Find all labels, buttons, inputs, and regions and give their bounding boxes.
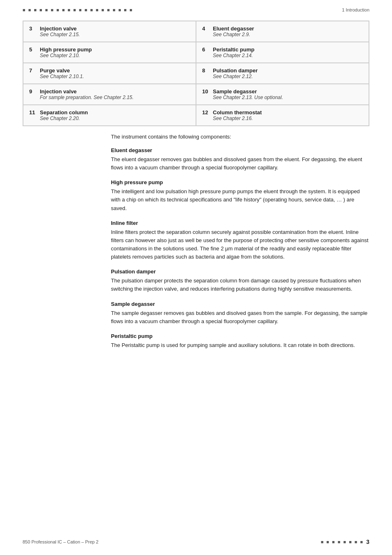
footer-page: ■ ■ ■ ■ ■ ■ ■ ■ 3 — [321, 539, 369, 545]
section-title: High pressure pump — [111, 179, 369, 185]
cell-title: High pressure pump — [40, 46, 92, 53]
cell-title: Eluent degasser — [213, 25, 254, 32]
cell-subtitle: See Chapter 2.14. — [213, 53, 254, 58]
cell-content: Injection valve See Chapter 2.15. — [40, 25, 80, 37]
header-title: 1 Introduction — [342, 7, 369, 12]
content-section: Eluent degasser The eluent degasser remo… — [111, 147, 369, 172]
section-body: The pulsation damper protects the separa… — [111, 277, 369, 293]
cell-number: 8 — [202, 67, 210, 74]
header: ■ ■ ■ ■ ■ ■ ■ ■ ■ ■ ■ ■ ■ ■ ■ ■ ■ ■ ■ ■ … — [0, 0, 392, 16]
cell-number: 9 — [29, 88, 37, 95]
header-decoration: ■ ■ ■ ■ ■ ■ ■ ■ ■ ■ ■ ■ ■ ■ ■ ■ ■ ■ ■ ■ — [23, 7, 133, 12]
cell-number: 3 — [29, 25, 37, 32]
table-cell: 8 Pulsation damper See Chapter 2.12. — [196, 63, 369, 84]
section-title: Peristaltic pump — [111, 333, 369, 339]
section-body: Inline filters protect the separation co… — [111, 228, 369, 261]
table-cell: 3 Injection valve See Chapter 2.15. — [23, 21, 196, 42]
cell-content: Column thermostat See Chapter 2.16. — [213, 109, 262, 121]
content-section: Peristaltic pump The Peristaltic pump is… — [111, 333, 369, 349]
cell-subtitle: See Chapter 2.15. — [40, 32, 80, 37]
section-title: Eluent degasser — [111, 147, 369, 153]
cell-content: Injection valve For sample preparation. … — [40, 88, 134, 100]
table-cell: 11 Separation column See Chapter 2.20. — [23, 105, 196, 126]
component-table: 3 Injection valve See Chapter 2.15. 4 El… — [23, 21, 369, 126]
cell-subtitle: See Chapter 2.9. — [213, 32, 254, 37]
cell-content: Sample degasser See Chapter 2.13. Use op… — [213, 88, 283, 100]
page: ■ ■ ■ ■ ■ ■ ■ ■ ■ ■ ■ ■ ■ ■ ■ ■ ■ ■ ■ ■ … — [0, 0, 392, 555]
cell-title: Sample degasser — [213, 88, 283, 95]
cell-number: 4 — [202, 25, 210, 32]
cell-subtitle: See Chapter 2.13. Use optional. — [213, 95, 283, 100]
cell-number: 5 — [29, 46, 37, 53]
section-body: The Peristaltic pump is used for pumping… — [111, 341, 369, 349]
content-section: High pressure pump The intelligent and l… — [111, 179, 369, 212]
table-cell: 9 Injection valve For sample preparation… — [23, 84, 196, 105]
footer-product: 850 Professional IC – Cation – Prep 2 — [23, 539, 99, 544]
intro-line: The instrument contains the following co… — [111, 134, 369, 140]
cell-subtitle: For sample preparation. See Chapter 2.15… — [40, 95, 134, 100]
section-title: Inline filter — [111, 220, 369, 226]
cell-number: 12 — [202, 109, 210, 116]
table-cell: 12 Column thermostat See Chapter 2.16. — [196, 105, 369, 126]
cell-content: Peristaltic pump See Chapter 2.14. — [213, 46, 254, 58]
cell-title: Purge valve — [40, 67, 84, 74]
section-body: The sample degasser removes gas bubbles … — [111, 309, 369, 326]
section-body: The eluent degasser removes gas bubbles … — [111, 155, 369, 172]
content-section: Sample degasser The sample degasser remo… — [111, 301, 369, 326]
cell-title: Injection valve — [40, 25, 80, 32]
content-section: Pulsation damper The pulsation damper pr… — [111, 268, 369, 293]
cell-content: Eluent degasser See Chapter 2.9. — [213, 25, 254, 37]
table-cell: 10 Sample degasser See Chapter 2.13. Use… — [196, 84, 369, 105]
cell-number: 7 — [29, 67, 37, 74]
cell-title: Pulsation damper — [213, 67, 258, 74]
cell-content: High pressure pump See Chapter 2.10. — [40, 46, 92, 58]
cell-title: Column thermostat — [213, 109, 262, 116]
cell-title: Injection valve — [40, 88, 134, 95]
table-cell: 5 High pressure pump See Chapter 2.10. — [23, 42, 196, 63]
cell-title: Separation column — [40, 109, 88, 116]
footer-dots: ■ ■ ■ ■ ■ ■ ■ ■ — [321, 539, 364, 544]
cell-content: Separation column See Chapter 2.20. — [40, 109, 88, 121]
content-section: Inline filter Inline filters protect the… — [111, 220, 369, 261]
cell-content: Purge valve See Chapter 2.10.1. — [40, 67, 84, 79]
table-cell: 6 Peristaltic pump See Chapter 2.14. — [196, 42, 369, 63]
table-cell: 7 Purge valve See Chapter 2.10.1. — [23, 63, 196, 84]
cell-subtitle: See Chapter 2.10.1. — [40, 74, 84, 79]
cell-title: Peristaltic pump — [213, 46, 254, 53]
cell-subtitle: See Chapter 2.12. — [213, 74, 258, 79]
main-content: The instrument contains the following co… — [0, 134, 392, 349]
section-body: The intelligent and low pulsation high p… — [111, 187, 369, 212]
cell-subtitle: See Chapter 2.10. — [40, 53, 92, 58]
footer: 850 Professional IC – Cation – Prep 2 ■ … — [23, 539, 369, 545]
cell-number: 10 — [202, 88, 210, 95]
cell-number: 11 — [29, 109, 37, 116]
footer-page-number: 3 — [366, 539, 369, 545]
cell-subtitle: See Chapter 2.16. — [213, 116, 262, 121]
section-title: Sample degasser — [111, 301, 369, 307]
section-title: Pulsation damper — [111, 268, 369, 275]
cell-number: 6 — [202, 46, 210, 53]
cell-content: Pulsation damper See Chapter 2.12. — [213, 67, 258, 79]
table-cell: 4 Eluent degasser See Chapter 2.9. — [196, 21, 369, 42]
cell-subtitle: See Chapter 2.20. — [40, 116, 88, 121]
